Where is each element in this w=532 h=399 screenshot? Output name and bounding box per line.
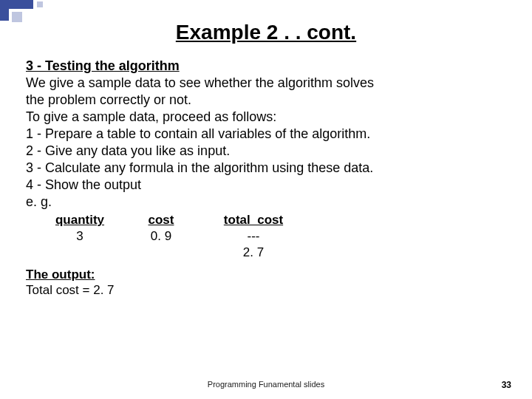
body-line-1b: the problem correctly or not. — [26, 92, 506, 109]
table-header-total-cost: total_cost — [202, 212, 305, 228]
body-step-1: 1 - Prepare a table to contain all varia… — [26, 126, 506, 143]
slide-body: 3 - Testing the algorithm We give a samp… — [0, 44, 532, 299]
corner-decoration — [0, 0, 52, 30]
body-eg-label: e. g. — [26, 194, 506, 211]
body-step-2: 2 - Give any data you like as input. — [26, 143, 506, 160]
table-header-cost: cost — [120, 212, 202, 228]
slide-title: Example 2 . . cont. — [0, 21, 532, 44]
output-line: Total cost = 2. 7 — [26, 282, 506, 299]
table-cell: 0. 9 — [120, 228, 202, 245]
body-step-4: 4 - Show the output — [26, 177, 506, 194]
output-heading: The output: — [26, 267, 506, 283]
table-cell — [39, 245, 120, 261]
page-number: 33 — [502, 380, 511, 390]
output-block: The output: Total cost = 2. 7 — [26, 267, 506, 299]
table-cell: 2. 7 — [202, 245, 305, 261]
footer-text: Programming Funamental slides — [0, 380, 532, 389]
table-header-quantity: quantity — [39, 212, 120, 228]
table-cell: --- — [202, 228, 305, 245]
example-table: quantity cost total_cost 3 0. 9 --- 2. 7 — [39, 212, 506, 260]
body-step-3: 3 - Calculate any formula in the algorit… — [26, 160, 506, 177]
body-line-2: To give a sample data, proceed as follow… — [26, 109, 506, 126]
table-cell: 3 — [39, 228, 120, 245]
table-cell — [120, 245, 202, 261]
section-heading: 3 - Testing the algorithm — [26, 58, 506, 75]
body-line-1a: We give a sample data to see whether the… — [26, 75, 506, 92]
